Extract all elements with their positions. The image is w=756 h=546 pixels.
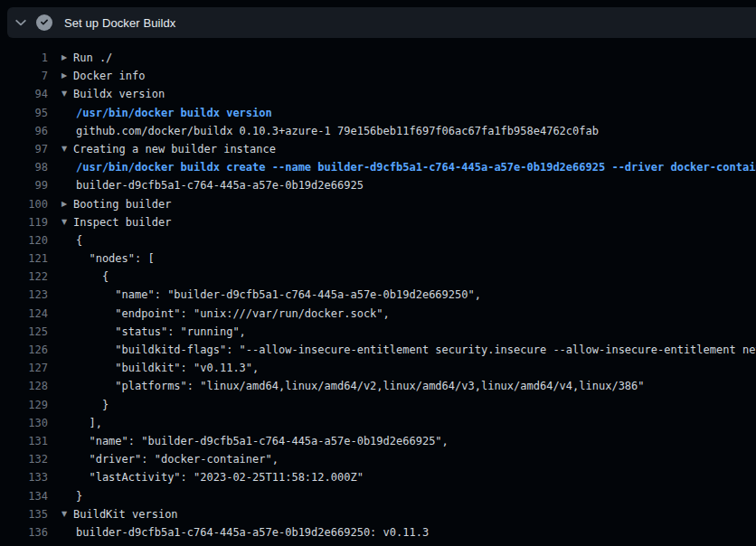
log-line: 132 "driver": "docker-container",	[0, 450, 756, 468]
line-number[interactable]: 133	[0, 468, 48, 486]
log-group-line[interactable]: 119▼Inspect builder	[0, 213, 756, 231]
line-number[interactable]: 97	[0, 140, 48, 158]
group-title: BuildKit version	[73, 505, 178, 523]
log-text: builder-d9cfb5a1-c764-445a-a57e-0b19d2e6…	[76, 523, 429, 541]
line-number[interactable]: 119	[0, 213, 48, 231]
log-line: 129 }	[0, 396, 756, 414]
log-group-line[interactable]: 97▼Creating a new builder instance	[0, 140, 756, 158]
line-number[interactable]: 129	[0, 396, 48, 414]
log-group-line[interactable]: 94▼Buildx version	[0, 85, 756, 103]
log-text: /usr/bin/docker buildx version	[76, 104, 272, 122]
log-text: "name": "builder-d9cfb5a1-c764-445a-a57e…	[76, 286, 481, 304]
log-text: "endpoint": "unix:///var/run/docker.sock…	[76, 305, 390, 323]
log-line: 131 "name": "builder-d9cfb5a1-c764-445a-…	[0, 432, 756, 450]
log-text: "nodes": [	[76, 249, 155, 268]
group-title: Inspect builder	[73, 213, 171, 231]
log-text: "buildkitd-flags": "--allow-insecure-ent…	[76, 341, 756, 359]
log-line: 123 "name": "builder-d9cfb5a1-c764-445a-…	[0, 286, 756, 304]
line-number[interactable]: 1	[0, 49, 48, 67]
chevron-down-icon	[14, 15, 28, 30]
line-number[interactable]: 123	[0, 286, 48, 304]
log-line: 127 "buildkit": "v0.11.3",	[0, 359, 756, 377]
log-text: ],	[76, 414, 102, 432]
line-number[interactable]: 135	[0, 505, 48, 523]
log-text: "buildkit": "v0.11.3",	[76, 359, 259, 377]
line-number[interactable]: 96	[0, 122, 48, 140]
line-number[interactable]: 126	[0, 341, 48, 359]
log-group-line[interactable]: 100▶Booting builder	[0, 195, 756, 213]
log-text: "lastActivity": "2023-02-25T11:58:12.000…	[76, 468, 364, 486]
log-text: }	[76, 396, 109, 414]
line-number[interactable]: 136	[0, 523, 48, 541]
group-title: Buildx version	[73, 85, 165, 103]
group-collapsed-icon: ▶	[61, 67, 73, 85]
log-line: 125 "status": "running",	[0, 323, 756, 341]
log-viewer: 1▶Run ./7▶Docker info94▼Buildx version95…	[0, 49, 756, 546]
log-line: 121 "nodes": [	[0, 249, 756, 268]
log-line: 134}	[0, 487, 756, 505]
line-number[interactable]: 94	[0, 85, 48, 103]
group-expanded-icon: ▼	[61, 505, 73, 523]
log-line: 128 "platforms": "linux/amd64,linux/amd6…	[0, 377, 756, 395]
line-number[interactable]: 130	[0, 414, 48, 432]
line-number[interactable]: 131	[0, 432, 48, 450]
line-number[interactable]: 125	[0, 323, 48, 341]
log-text: "name": "builder-d9cfb5a1-c764-445a-a57e…	[76, 432, 449, 450]
log-line: 96github.com/docker/buildx 0.10.3+azure-…	[0, 122, 756, 140]
group-collapsed-icon: ▶	[61, 49, 73, 67]
log-text: {	[76, 268, 109, 286]
log-group-line[interactable]: 7▶Docker info	[0, 67, 756, 85]
group-title: Creating a new builder instance	[73, 140, 276, 158]
line-number[interactable]: 120	[0, 231, 48, 249]
log-line: 122 {	[0, 268, 756, 286]
log-group-line[interactable]: 135▼BuildKit version	[0, 505, 756, 523]
log-line: 99builder-d9cfb5a1-c764-445a-a57e-0b19d2…	[0, 176, 756, 194]
line-number[interactable]: 99	[0, 176, 48, 194]
group-expanded-icon: ▼	[61, 140, 73, 158]
log-line: 126 "buildkitd-flags": "--allow-insecure…	[0, 341, 756, 359]
log-text: /usr/bin/docker buildx create --name bui…	[76, 158, 756, 176]
log-line: 120{	[0, 231, 756, 249]
step-title: Set up Docker Buildx	[64, 16, 175, 30]
log-text: {	[76, 231, 82, 249]
log-text: }	[76, 487, 82, 505]
line-number[interactable]: 122	[0, 268, 48, 286]
log-line: 130 ],	[0, 414, 756, 432]
group-title: Run ./	[73, 49, 112, 67]
line-number[interactable]: 128	[0, 377, 48, 395]
line-number[interactable]: 121	[0, 249, 48, 268]
line-number[interactable]: 132	[0, 450, 48, 468]
line-number[interactable]: 100	[0, 195, 48, 213]
log-line: 95/usr/bin/docker buildx version	[0, 104, 756, 122]
line-number[interactable]: 95	[0, 104, 48, 122]
group-title: Docker info	[73, 67, 145, 85]
step-header[interactable]: Set up Docker Buildx	[7, 7, 756, 38]
group-collapsed-icon: ▶	[61, 195, 73, 213]
log-text: builder-d9cfb5a1-c764-445a-a57e-0b19d2e6…	[76, 176, 364, 194]
log-group-line[interactable]: 1▶Run ./	[0, 49, 756, 67]
check-circle-icon	[36, 14, 52, 31]
line-number[interactable]: 124	[0, 305, 48, 323]
line-number[interactable]: 134	[0, 487, 48, 505]
log-line: 133 "lastActivity": "2023-02-25T11:58:12…	[0, 468, 756, 486]
line-number[interactable]: 98	[0, 158, 48, 176]
log-text: "status": "running",	[76, 323, 246, 341]
group-expanded-icon: ▼	[61, 85, 73, 103]
log-line: 136builder-d9cfb5a1-c764-445a-a57e-0b19d…	[0, 523, 756, 541]
log-line: 98/usr/bin/docker buildx create --name b…	[0, 158, 756, 176]
group-expanded-icon: ▼	[61, 213, 73, 231]
log-line: 124 "endpoint": "unix:///var/run/docker.…	[0, 305, 756, 323]
line-number[interactable]: 7	[0, 67, 48, 85]
log-lines: 1▶Run ./7▶Docker info94▼Buildx version95…	[0, 49, 756, 541]
line-number[interactable]: 127	[0, 359, 48, 377]
group-title: Booting builder	[73, 195, 171, 213]
log-text: github.com/docker/buildx 0.10.3+azure-1 …	[76, 122, 599, 140]
log-text: "platforms": "linux/amd64,linux/amd64/v2…	[76, 377, 645, 395]
log-text: "driver": "docker-container",	[76, 450, 279, 468]
